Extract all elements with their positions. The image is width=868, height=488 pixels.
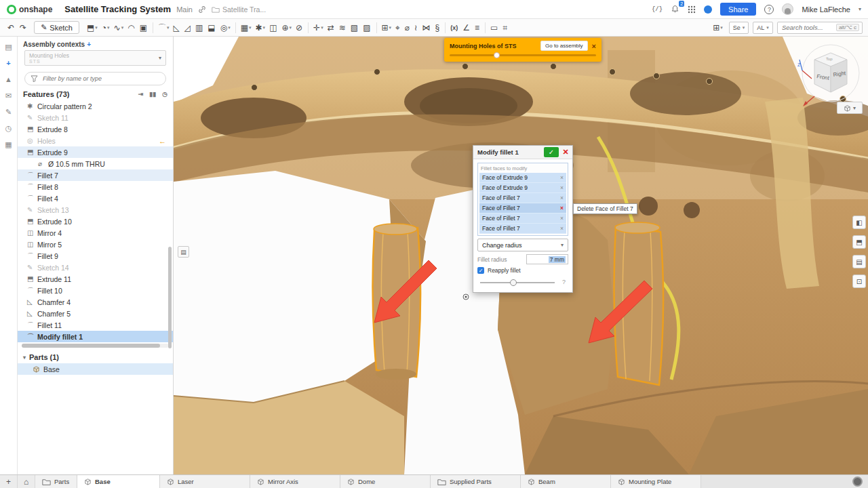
redo-button[interactable]: ↷	[18, 22, 28, 33]
measure-icon[interactable]: ∠	[460, 22, 473, 33]
circular-pattern-icon[interactable]: ✱ ▾	[254, 22, 268, 33]
document-tab[interactable]: Laser	[160, 475, 250, 488]
feature-row[interactable]: ✎ Sketch 11	[18, 112, 173, 123]
feature-row[interactable]: ⌒ Fillet 11	[18, 319, 173, 331]
close-icon[interactable]: ×	[592, 43, 596, 49]
regenerate-icon[interactable]: ◷	[162, 91, 167, 98]
avatar[interactable]	[782, 3, 793, 15]
home-icon[interactable]: ⌂	[18, 475, 35, 488]
appearance-panel-button[interactable]: ⬒	[852, 235, 866, 249]
mass-properties-icon[interactable]: ≡	[473, 22, 482, 33]
fillet-face-item[interactable]: Face of Fillet 7 ×	[479, 193, 566, 203]
chamfer-icon[interactable]: ◺	[172, 22, 182, 33]
properties-panel-button[interactable]: ⊡	[852, 274, 866, 288]
feature-row[interactable]: ⌒ Fillet 9	[18, 250, 173, 262]
sheet-metal-icon[interactable]: ▭	[485, 22, 500, 33]
add-context-button[interactable]: +	[87, 41, 91, 48]
extrude-icon[interactable]: ⬒ ▾	[85, 22, 100, 33]
units-select[interactable]: AL ▾	[753, 22, 773, 34]
loft-icon[interactable]: ◠	[125, 22, 137, 33]
document-tab[interactable]: Parts	[35, 475, 77, 488]
variable-icon[interactable]: (x)	[445, 22, 460, 33]
follow-mode-icon[interactable]: ▲	[5, 76, 12, 83]
remove-face-icon[interactable]: ×	[560, 225, 564, 232]
fillet-face-item[interactable]: Face of Fillet 7 ×	[479, 224, 566, 234]
part-row[interactable]: Base	[18, 363, 173, 375]
suppress-icon[interactable]: ▮▮	[149, 91, 156, 98]
display-options-button[interactable]: ◧	[852, 216, 866, 229]
feature-row[interactable]: ⬒ Extrude 10	[18, 216, 173, 227]
fillet-face-item[interactable]: Face of Extrude 9 ×	[479, 183, 566, 193]
document-tab[interactable]: Mounting Plate	[611, 475, 701, 488]
parts-list-toggle[interactable]: ▤	[178, 246, 189, 258]
feature-row[interactable]: ⬒ Extrude 11	[18, 273, 173, 285]
feature-row[interactable]: ◎ Holes ←	[18, 135, 173, 146]
radius-mode-select[interactable]: Change radius ▾	[477, 239, 568, 251]
rollback-end-icon[interactable]: ⇥	[138, 91, 144, 98]
context-select[interactable]: Mounting Holes STS ▾	[24, 50, 166, 66]
new-tab-button[interactable]: +	[0, 475, 18, 488]
remove-face-icon[interactable]: ×	[560, 174, 564, 181]
project-curve-icon[interactable]: ⋈	[420, 22, 433, 33]
onshape-logo[interactable]: onshape	[7, 5, 52, 14]
share-button[interactable]: Share	[720, 3, 756, 16]
shell-icon[interactable]: ⬓	[205, 22, 218, 33]
linked-document-tab[interactable]: Satellite Tra...	[212, 5, 266, 14]
feature-row[interactable]: ◺ Chamfer 5	[18, 308, 173, 319]
comments-icon[interactable]: ✉	[5, 92, 12, 100]
feature-row[interactable]: ◫ Mirror 5	[18, 239, 173, 250]
mirror-icon[interactable]: ◫	[267, 22, 279, 33]
point-icon[interactable]: ⌖	[393, 22, 403, 33]
move-face-icon[interactable]: ⇄	[326, 22, 337, 33]
feature-row[interactable]: ⌒ Modify fillet 1	[18, 331, 173, 342]
document-tab[interactable]: Base	[77, 475, 160, 488]
search-tools-input[interactable]	[781, 23, 833, 32]
filter-input[interactable]	[41, 75, 160, 83]
slider-handle[interactable]	[510, 279, 517, 286]
document-tab[interactable]: Mirror Axis	[250, 475, 340, 488]
horizontal-scrollbar[interactable]	[22, 344, 169, 348]
3d-viewport[interactable]: Mounting Holes of STS Go to assembly × M…	[174, 37, 868, 474]
assistant-button[interactable]	[852, 476, 863, 487]
markup-icon[interactable]: ✎	[5, 108, 12, 116]
fillet-face-item[interactable]: Face of Extrude 9 ×	[479, 173, 566, 183]
plane-icon[interactable]: ⊞ ▾	[376, 22, 394, 33]
feature-row[interactable]: ✱ Circular pattern 2	[18, 100, 173, 112]
hole-icon[interactable]: ◎ ▾	[218, 22, 233, 33]
feature-row[interactable]: ⌒ Fillet 7	[18, 169, 173, 181]
fillet-icon[interactable]: ⌒ ▾	[153, 22, 172, 33]
configurations-panel-button[interactable]: ▤	[852, 255, 866, 268]
selection-mode-select[interactable]: Se ▾	[729, 22, 749, 34]
fillet-radius-input[interactable]: 7 mm	[526, 254, 568, 264]
feature-row[interactable]: ⬒ Extrude 8	[18, 123, 173, 135]
confirm-button[interactable]: ✓	[544, 147, 559, 157]
revolve-icon[interactable]: ◔ ▾	[100, 22, 112, 33]
user-menu-caret-icon[interactable]: ▾	[859, 6, 861, 12]
remove-face-icon[interactable]: ×	[560, 195, 564, 201]
help-icon[interactable]: ?	[764, 5, 774, 14]
custom-features-button[interactable]: ⊞ ▾	[711, 22, 725, 33]
document-outline-icon[interactable]: ▤	[5, 43, 12, 51]
slider-handle[interactable]	[494, 52, 500, 58]
parts-header[interactable]: ▾ Parts (1)	[18, 348, 173, 363]
notifications-icon[interactable]: 2	[671, 5, 679, 14]
feature-row[interactable]: ⬒ Extrude 9	[18, 146, 173, 158]
frame-icon[interactable]: ⌗	[500, 22, 510, 33]
featurescript-icon[interactable]: {/}	[652, 6, 663, 13]
document-tab[interactable]: Dome	[340, 475, 431, 488]
boundary-surface-icon[interactable]: ▧	[349, 22, 361, 33]
tables-icon[interactable]: ▦	[5, 141, 12, 148]
branch-label[interactable]: Main	[176, 5, 193, 14]
radius-slider[interactable]	[480, 282, 555, 283]
thicken-icon[interactable]: ▣	[138, 22, 150, 33]
boolean-icon[interactable]: ⊕ ▾	[279, 22, 294, 33]
spline-icon[interactable]: ≀	[412, 22, 420, 33]
document-tab[interactable]: Beam	[521, 475, 611, 488]
fillet-face-item[interactable]: Face of Fillet 7 ×	[479, 203, 566, 214]
feature-row[interactable]: ✎ Sketch 13	[18, 204, 173, 216]
helix-icon[interactable]: §	[433, 22, 443, 33]
offset-surface-icon[interactable]: ≋	[337, 22, 349, 33]
feature-row[interactable]: ⌒ Fillet 10	[18, 285, 173, 296]
document-tab[interactable]: Supplied Parts	[431, 475, 521, 488]
fill-icon[interactable]: ▨	[361, 22, 373, 33]
